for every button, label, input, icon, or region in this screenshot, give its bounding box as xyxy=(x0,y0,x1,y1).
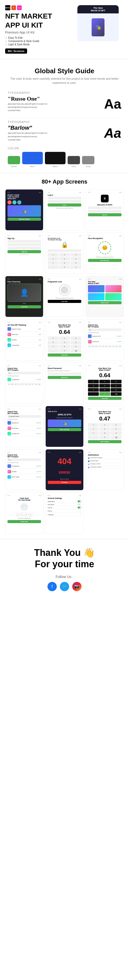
key-i2[interactable]: i xyxy=(31,383,34,385)
key-r[interactable]: r xyxy=(98,345,101,347)
dark-num-1[interactable]: 1 xyxy=(88,380,99,383)
key-o[interactable]: o xyxy=(115,345,118,347)
place-bid-btn-2[interactable]: Place Bid xyxy=(88,397,121,400)
num-4[interactable]: 4 xyxy=(48,340,59,344)
setting-arrow-5[interactable]: › xyxy=(81,513,81,515)
toggle-notif[interactable] xyxy=(78,500,81,502)
key-t2[interactable]: t xyxy=(21,383,24,385)
dark-num-8[interactable]: 8 xyxy=(99,388,110,391)
num-del[interactable]: ⌫ xyxy=(70,349,81,352)
add-num-4[interactable]: 4 xyxy=(88,427,99,431)
key-o2[interactable]: o xyxy=(35,383,38,385)
search-bar-4[interactable]: 🔍 xyxy=(8,458,41,461)
reset-send-btn[interactable]: Reset Now xyxy=(48,376,81,379)
add-num-0[interactable]: 0 xyxy=(99,436,110,439)
add-num-del[interactable]: ⌫ xyxy=(111,436,121,439)
num-2[interactable]: 2 xyxy=(59,336,70,340)
key-p2[interactable]: p xyxy=(38,383,41,385)
pin-box-2[interactable]: • xyxy=(21,513,24,516)
toggle-faceid[interactable] xyxy=(78,507,81,508)
num-7[interactable]: 7 xyxy=(48,345,59,348)
key-hash[interactable]: # xyxy=(70,265,81,269)
key-3[interactable]: 3 xyxy=(70,253,81,256)
signup-email-input[interactable] xyxy=(8,243,41,246)
signup-btn[interactable]: Sign Up xyxy=(8,250,41,253)
social-instagram[interactable]: 📷 xyxy=(72,582,81,591)
reset-email-input[interactable] xyxy=(48,372,81,375)
dark-num-9[interactable]: 9 xyxy=(111,388,121,391)
key-r2[interactable]: r xyxy=(18,383,21,385)
welcome-name-input[interactable] xyxy=(88,207,121,209)
key-9[interactable]: 9 xyxy=(70,261,81,265)
face-scan-btn[interactable]: Scan Now xyxy=(8,305,41,309)
dark-num-7[interactable]: 7 xyxy=(88,388,99,391)
add-num-8[interactable]: 8 xyxy=(99,431,110,435)
add-num-9[interactable]: 9 xyxy=(111,431,121,435)
explore-btn[interactable]: Explore Now xyxy=(88,301,121,304)
key-y2[interactable]: y xyxy=(24,383,28,385)
add-num-dot[interactable]: . xyxy=(88,436,99,439)
signup-name-input[interactable] xyxy=(8,240,41,243)
key-e[interactable]: e xyxy=(95,345,98,347)
add-num-5[interactable]: 5 xyxy=(99,427,110,431)
key-q[interactable]: q xyxy=(88,345,91,347)
key-6[interactable]: 6 xyxy=(70,257,81,261)
signup-pw-input[interactable] xyxy=(8,247,41,249)
key-star[interactable]: * xyxy=(48,265,59,269)
setting-arrow-4[interactable]: › xyxy=(81,510,81,512)
num-9[interactable]: 9 xyxy=(70,345,81,348)
key-u2[interactable]: u xyxy=(28,383,31,385)
key-i[interactable]: i xyxy=(112,345,115,347)
key-w2[interactable]: w xyxy=(11,383,14,385)
dark-num-0[interactable]: 0 xyxy=(99,392,110,396)
search-bar-1[interactable]: 🔍 xyxy=(88,328,121,331)
add-num-7[interactable]: 7 xyxy=(88,431,99,435)
place-bid-wallet[interactable]: Place Your Bid xyxy=(48,428,81,431)
search-bar-3[interactable]: 🔍 Popular Search xyxy=(8,415,41,418)
screenlock-pin-input[interactable] xyxy=(48,249,81,252)
num-5[interactable]: 5 xyxy=(59,340,70,344)
login-btn[interactable]: Log In xyxy=(48,204,81,207)
fingerprint-scan-btn[interactable]: Scan Now xyxy=(48,300,81,303)
dark-num-5[interactable]: 5 xyxy=(99,384,110,388)
key-2[interactable]: 2 xyxy=(59,253,70,256)
dark-num-6[interactable]: 6 xyxy=(111,384,121,388)
key-y[interactable]: y xyxy=(105,345,108,347)
login-email-input[interactable] xyxy=(48,197,81,199)
num-3[interactable]: 3 xyxy=(70,336,81,340)
key-p[interactable]: p xyxy=(118,345,121,347)
dark-num-del[interactable]: ⌫ xyxy=(111,392,121,396)
welcome-signup-btn[interactable]: Sign Up xyxy=(88,213,121,216)
key-8[interactable]: 8 xyxy=(59,261,70,265)
key-e2[interactable]: e xyxy=(14,383,17,385)
dark-num-2[interactable]: 2 xyxy=(99,380,110,383)
add-num-1[interactable]: 1 xyxy=(88,423,99,427)
dark-num-3[interactable]: 3 xyxy=(111,380,121,383)
num-0[interactable]: 0 xyxy=(59,349,70,352)
search-bar-2[interactable]: 🔍 xyxy=(8,372,41,374)
add-amount-btn[interactable]: Add To Wallet xyxy=(88,440,121,443)
welcome-email-input[interactable] xyxy=(88,210,121,212)
key-w[interactable]: w xyxy=(91,345,94,347)
dark-num-4[interactable]: 4 xyxy=(88,384,99,388)
scan-face-btn[interactable]: Scan My Face xyxy=(88,259,121,262)
dark-num-dot[interactable]: . xyxy=(88,392,99,396)
key-5[interactable]: 5 xyxy=(59,257,70,261)
social-facebook[interactable]: f xyxy=(48,582,57,591)
key-4[interactable]: 4 xyxy=(48,257,59,261)
key-7[interactable]: 7 xyxy=(48,261,59,265)
key-t[interactable]: t xyxy=(101,345,105,347)
place-bid-btn[interactable]: Place Bid xyxy=(48,353,81,356)
add-num-2[interactable]: 2 xyxy=(99,423,110,427)
key-0[interactable]: 0 xyxy=(59,265,70,269)
go-home-btn[interactable]: Go Home xyxy=(48,481,81,484)
discover-btn[interactable]: Discover Artwork xyxy=(8,218,41,221)
login-register-link[interactable]: Don't have account? Sign Up xyxy=(48,207,81,209)
num-dot[interactable]: . xyxy=(48,349,59,352)
add-num-6[interactable]: 6 xyxy=(111,427,121,431)
key-u[interactable]: u xyxy=(108,345,111,347)
num-1[interactable]: 1 xyxy=(48,336,59,340)
key-q2[interactable]: q xyxy=(8,383,11,385)
pin-box-4[interactable]: • xyxy=(29,513,33,516)
toggle-darkmode[interactable] xyxy=(78,504,81,505)
